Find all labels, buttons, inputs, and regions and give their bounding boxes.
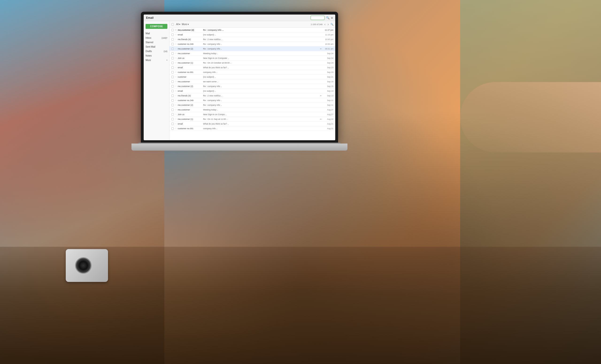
star-icon[interactable]: ☆	[175, 43, 177, 45]
star-icon[interactable]: ☆	[175, 80, 177, 83]
chevron-icon: ▾	[166, 37, 167, 39]
email-checkbox[interactable]	[171, 43, 174, 45]
sidebar-mail-label: Mail	[146, 32, 167, 35]
email-sender: customer no.249	[178, 99, 201, 102]
email-checkbox[interactable]	[171, 80, 174, 83]
toolbar-search-icon[interactable]: 🔍	[331, 23, 333, 26]
star-icon[interactable]: ☆	[175, 57, 177, 59]
compose-button[interactable]: COMPOSE	[146, 24, 167, 29]
star-icon[interactable]: ☆	[175, 33, 177, 36]
email-date: Sep 24	[323, 57, 333, 59]
star-icon[interactable]: ☆	[175, 61, 177, 64]
email-row[interactable]: ☆ me,customer (2) Re : company info ... …	[170, 28, 335, 32]
email-row[interactable]: ☆ Join us New Sign-in on Compu .. Aug 27	[170, 112, 335, 117]
email-checkbox[interactable]	[171, 99, 174, 102]
email-checkbox[interactable]	[171, 90, 174, 92]
email-checkbox[interactable]	[171, 34, 174, 36]
email-checkbox[interactable]	[171, 29, 174, 31]
title-search-input[interactable]	[311, 16, 325, 20]
email-subject: Re : company info ..	[203, 43, 323, 45]
star-icon[interactable]: ☆	[175, 108, 177, 111]
sidebar-item-notes[interactable]: Notes	[144, 53, 169, 58]
email-row[interactable]: ☆ email What do you think so far? .. Aug…	[170, 122, 335, 126]
email-checkbox[interactable]	[171, 57, 174, 59]
email-list[interactable]: ☆ me,customer (2) Re : company info ... …	[170, 28, 335, 140]
sidebar-item-inbox[interactable]: Inbox (169) ▾	[144, 36, 169, 40]
email-row[interactable]: ☆ Join us New Sign-in on Computer .. Sep…	[170, 56, 335, 60]
sidebar-item-starred[interactable]: Starred	[144, 40, 169, 45]
email-checkbox[interactable]	[171, 71, 174, 73]
sidebar-label: Starred	[146, 41, 167, 44]
email-checkbox[interactable]	[171, 123, 174, 125]
select-all-checkbox[interactable]	[171, 23, 174, 26]
email-row[interactable]: ☆ me,customer (1) Re : On 11 Sep at 11:0…	[170, 117, 335, 122]
star-icon[interactable]: ☆	[175, 127, 177, 130]
email-checkbox[interactable]	[171, 118, 174, 120]
sidebar-label: Sent Mail	[146, 46, 167, 48]
hamburger-menu-icon[interactable]: ≡	[331, 16, 333, 20]
star-icon[interactable]: ☆	[175, 71, 177, 73]
email-checkbox[interactable]	[171, 127, 174, 130]
email-checkbox[interactable]	[171, 52, 174, 55]
star-icon[interactable]: ☆	[175, 29, 177, 31]
email-subject: (no subject) ..	[203, 76, 323, 78]
star-icon[interactable]: ☆	[175, 118, 177, 120]
email-checkbox[interactable]	[171, 66, 174, 69]
title-bar: Email 🔍 ≡	[144, 15, 335, 21]
email-row[interactable]: ☆ me,friends (4) Re : 2 new notiifca .. …	[170, 37, 335, 42]
reply-icon: ⇐	[320, 95, 322, 97]
email-row[interactable]: ☆ customer (no subject) .. Sep 21	[170, 75, 335, 79]
star-icon[interactable]: ☆	[175, 94, 177, 97]
email-row[interactable]: ☆ me,customer Meeting today .. Sep 24	[170, 51, 335, 56]
star-icon[interactable]: ☆	[175, 85, 177, 87]
email-row[interactable]: ☆ email (no subject) .. 11:15 pm	[170, 32, 335, 37]
star-icon[interactable]: ☆	[175, 38, 177, 41]
star-icon[interactable]: ☆	[175, 76, 177, 78]
email-row[interactable]: ☆ me,customer (2) Re : company info .. S…	[170, 84, 335, 89]
laptop: Email 🔍 ≡ COMPOSE Mail Inbox (169) ▾	[131, 12, 347, 171]
email-row[interactable]: ☆ me,customer we want some .. Sep 19	[170, 79, 335, 84]
email-checkbox[interactable]	[171, 113, 174, 116]
email-date: Sep 23	[323, 66, 333, 69]
nav-prev-button[interactable]: ‹	[324, 23, 326, 26]
email-sender: email	[178, 34, 201, 36]
email-checkbox[interactable]	[171, 62, 174, 64]
email-checkbox[interactable]	[171, 38, 174, 41]
email-row[interactable]: ☆ me,friends (4) Re : 2 new notiifca .. …	[170, 93, 335, 98]
sidebar-item-more[interactable]: More ▾	[144, 58, 169, 62]
star-icon[interactable]: ☆	[175, 122, 177, 125]
star-icon[interactable]: ☆	[175, 66, 177, 69]
search-icon[interactable]: 🔍	[326, 16, 330, 19]
email-row[interactable]: ☆ customer no.001 company info .. Sep 23	[170, 70, 335, 75]
star-icon[interactable]: ☆	[175, 113, 177, 116]
email-checkbox[interactable]	[171, 104, 174, 106]
email-row[interactable]: ☆ me,customer (2) Re : company info .. ⇐…	[170, 47, 335, 51]
filter-all-button[interactable]: All ▾	[176, 23, 180, 26]
star-icon[interactable]: ☆	[175, 52, 177, 55]
email-date: Aug 21	[323, 127, 333, 130]
email-checkbox[interactable]	[171, 76, 174, 78]
email-row[interactable]: ☆ email (no subject) .. Sep 13	[170, 89, 335, 93]
email-row[interactable]: ☆ customer no.249 Re : company info .. 1…	[170, 42, 335, 47]
email-checkbox[interactable]	[171, 85, 174, 87]
email-row[interactable]: ☆ me,customer Meeting today .. Aug 27	[170, 107, 335, 112]
filter-more-button[interactable]: More ▾	[182, 23, 189, 26]
email-row[interactable]: ☆ me,customer (2) Re : company info .. S…	[170, 103, 335, 107]
star-icon[interactable]: ☆	[175, 90, 177, 92]
email-row[interactable]: ☆ me,customer (1) Re : On 23 October at …	[170, 60, 335, 65]
email-row[interactable]: ☆ email What do you think so far? .. Sep…	[170, 65, 335, 70]
nav-next-button[interactable]: ›	[327, 23, 329, 26]
email-checkbox[interactable]	[171, 109, 174, 111]
email-row[interactable]: ☆ customer no.249 Re : company info .. S…	[170, 98, 335, 103]
email-row[interactable]: ☆ customer no.001 company info .. Aug 21	[170, 126, 335, 131]
star-icon[interactable]: ☆	[175, 104, 177, 106]
star-icon[interactable]: ☆	[175, 47, 177, 50]
email-checkbox[interactable]	[171, 48, 174, 50]
email-sender: me,friends (4)	[178, 38, 201, 41]
sidebar-item-mail[interactable]: Mail	[144, 31, 169, 36]
sidebar-item-sent-mail[interactable]: Sent Mail	[144, 45, 169, 49]
email-subject: Re : On 23 October at 09:00 ..	[203, 62, 323, 64]
sidebar-item-drafts[interactable]: Drafts (10)	[144, 49, 169, 53]
email-checkbox[interactable]	[171, 95, 174, 97]
star-icon[interactable]: ☆	[175, 99, 177, 102]
